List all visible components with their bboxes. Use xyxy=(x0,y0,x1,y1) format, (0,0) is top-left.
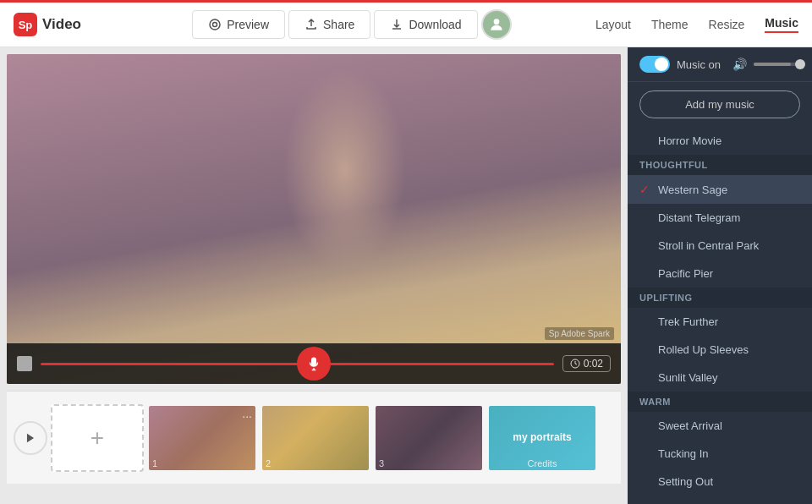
music-item-sunlit-valley[interactable]: Sunlit Valley xyxy=(628,364,812,392)
volume-fill xyxy=(754,63,791,66)
svg-point-1 xyxy=(213,23,217,27)
video-container: Sp Adobe Spark 0:02 xyxy=(7,54,621,384)
logo: Sp Video xyxy=(14,13,81,36)
music-item-tucking-in[interactable]: Tucking In xyxy=(628,440,812,468)
volume-icon: 🔊 xyxy=(732,58,747,71)
clip-1-num: 1 xyxy=(152,458,157,468)
clip-3-num: 3 xyxy=(379,458,384,468)
clip-3[interactable]: 3 xyxy=(374,404,484,472)
preview-icon xyxy=(208,18,222,31)
clip-1[interactable]: ··· 1 xyxy=(147,404,257,472)
music-item-stroll-central-park[interactable]: Stroll in Central Park xyxy=(628,232,812,260)
clock-icon xyxy=(570,359,580,369)
user-avatar[interactable] xyxy=(481,9,512,40)
category-warm: WARM xyxy=(628,392,812,412)
nav-resize[interactable]: Resize xyxy=(709,18,745,31)
music-item-pacific-pier[interactable]: Pacific Pier xyxy=(628,260,812,288)
clip-1-menu[interactable]: ··· xyxy=(242,409,252,423)
add-clip-button[interactable]: + xyxy=(51,404,144,472)
download-button[interactable]: Download xyxy=(374,10,477,39)
main: Sp Adobe Spark 0:02 xyxy=(0,47,812,504)
top-actions: Preview Share Download xyxy=(108,9,595,40)
svg-point-2 xyxy=(493,19,499,25)
clip-3-image xyxy=(376,406,482,470)
video-image xyxy=(7,54,621,384)
music-list: Horror Movie THOUGHTFUL ✓ Western Sage D… xyxy=(628,127,812,504)
clip-credits-label: Credits xyxy=(489,458,595,468)
top-right-nav: Layout Theme Resize Music xyxy=(595,16,798,33)
timeline: + ··· 1 2 3 my portraits Credits xyxy=(7,391,621,484)
add-music-button[interactable]: Add my music xyxy=(639,90,800,118)
svg-marker-6 xyxy=(27,433,34,442)
music-item-western-sage[interactable]: ✓ Western Sage xyxy=(628,175,812,204)
music-item-setting-out[interactable]: Setting Out xyxy=(628,468,812,496)
clip-1-image xyxy=(149,406,255,470)
svg-point-0 xyxy=(210,19,220,30)
category-uplifting: UPLIFTING xyxy=(628,288,812,308)
stop-button[interactable] xyxy=(17,356,32,371)
right-panel: Music on 🔊 Add my music Horror Movie THO… xyxy=(628,47,812,504)
music-item-sweet-arrival[interactable]: Sweet Arrival xyxy=(628,412,812,440)
category-thoughtful: THOUGHTFUL xyxy=(628,155,812,175)
credits-text: my portraits xyxy=(513,431,571,445)
logo-icon: Sp xyxy=(14,13,37,36)
music-on-label: Music on xyxy=(677,58,721,71)
microphone-icon xyxy=(306,356,321,371)
nav-layout[interactable]: Layout xyxy=(595,18,631,31)
volume-knob xyxy=(795,59,805,69)
music-item-distant-telegram[interactable]: Distant Telegram xyxy=(628,204,812,232)
preview-button[interactable]: Preview xyxy=(192,10,285,39)
share-button[interactable]: Share xyxy=(288,10,370,39)
topbar: Sp Video Preview Share Download xyxy=(0,0,812,47)
play-button[interactable] xyxy=(14,421,47,455)
video-controls: 0:02 xyxy=(7,343,621,384)
clip-2[interactable]: 2 xyxy=(261,404,370,472)
nav-theme[interactable]: Theme xyxy=(651,18,689,31)
volume-slider[interactable] xyxy=(754,63,800,66)
music-item-rolled-up-sleeves[interactable]: Rolled Up Sleeves xyxy=(628,336,812,364)
watermark: Sp Adobe Spark xyxy=(545,327,614,340)
play-icon xyxy=(25,432,36,444)
clip-2-num: 2 xyxy=(266,458,271,468)
toggle-knob xyxy=(655,58,668,71)
app-title: Video xyxy=(42,16,81,33)
music-item-trek-further[interactable]: Trek Further xyxy=(628,308,812,336)
share-icon xyxy=(304,18,318,31)
music-item-sliding[interactable]: Sliding xyxy=(628,496,812,504)
download-icon xyxy=(390,18,403,31)
record-button[interactable] xyxy=(297,347,331,381)
clip-2-image xyxy=(262,406,369,470)
music-toggle[interactable] xyxy=(639,56,670,73)
music-item-horror-movie[interactable]: Horror Movie xyxy=(628,127,812,155)
clip-credits[interactable]: my portraits Credits xyxy=(487,404,597,472)
check-western-sage: ✓ xyxy=(639,183,651,196)
time-display: 0:02 xyxy=(562,355,611,372)
nav-music[interactable]: Music xyxy=(765,16,798,33)
music-header: Music on 🔊 xyxy=(628,47,812,82)
canvas-area: Sp Adobe Spark 0:02 xyxy=(0,47,628,504)
user-icon xyxy=(488,16,505,33)
video-frame xyxy=(7,54,621,384)
